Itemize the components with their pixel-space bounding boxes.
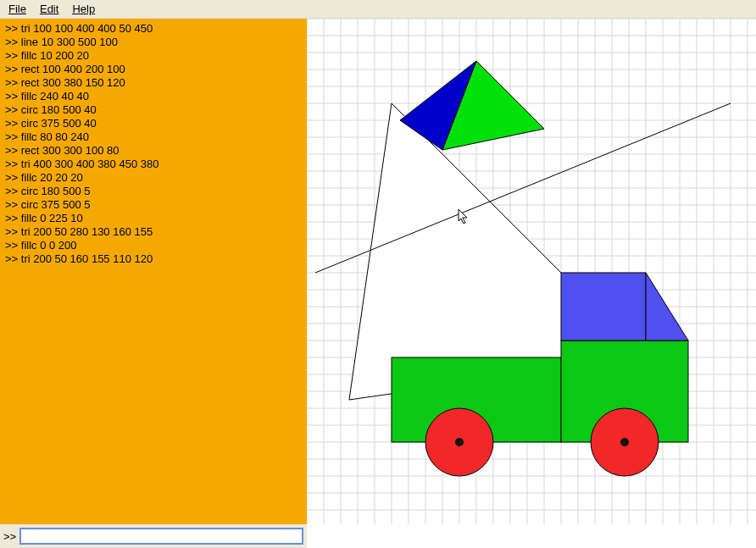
console-line: >> circ 180 500 5 [5, 185, 302, 198]
console-line: >> rect 300 380 150 120 [5, 76, 302, 90]
menu-edit[interactable]: Edit [35, 2, 64, 16]
svg-point-66 [620, 438, 629, 446]
app-body: >> tri 100 100 400 400 50 450>> line 10 … [0, 19, 756, 548]
svg-rect-63 [561, 273, 646, 340]
drawing-canvas[interactable] [307, 19, 756, 548]
console-line: >> fillc 0 225 10 [5, 212, 302, 225]
console-line: >> tri 100 100 400 400 50 450 [5, 22, 302, 36]
prompt-symbol: >> [3, 530, 16, 543]
menu-help[interactable]: Help [67, 2, 100, 16]
console-line: >> tri 400 300 400 380 450 380 [5, 158, 302, 171]
input-bar: >> [0, 524, 307, 548]
console-line: >> rect 300 300 100 80 [5, 144, 302, 158]
console-line: >> rect 100 400 200 100 [5, 63, 302, 76]
console-line: >> line 10 300 500 100 [5, 36, 302, 49]
console-line: >> fillc 20 20 20 [5, 171, 302, 185]
console-line: >> circ 180 500 40 [5, 103, 302, 117]
menubar: File Edit Help [0, 0, 756, 19]
svg-point-65 [455, 438, 464, 446]
console-line: >> circ 375 500 40 [5, 117, 302, 130]
menu-file-label: File [8, 3, 26, 15]
console-line: >> circ 375 500 5 [5, 198, 302, 212]
console-line: >> fillc 10 200 20 [5, 49, 302, 63]
console-line: >> tri 200 50 280 130 160 155 [5, 225, 302, 239]
console-line: >> tri 200 50 160 155 110 120 [5, 252, 302, 266]
canvas-svg [307, 19, 756, 524]
command-input[interactable] [19, 528, 303, 545]
left-panel: >> tri 100 100 400 400 50 450>> line 10 … [0, 19, 307, 548]
menu-file[interactable]: File [3, 2, 31, 16]
menu-edit-label: Edit [40, 3, 58, 15]
console-line: >> fillc 80 80 240 [5, 130, 302, 144]
menu-help-label: Help [72, 3, 95, 15]
console-line: >> fillc 240 40 40 [5, 90, 302, 103]
console-output: >> tri 100 100 400 400 50 450>> line 10 … [0, 19, 307, 524]
console-line: >> fillc 0 0 200 [5, 239, 302, 252]
